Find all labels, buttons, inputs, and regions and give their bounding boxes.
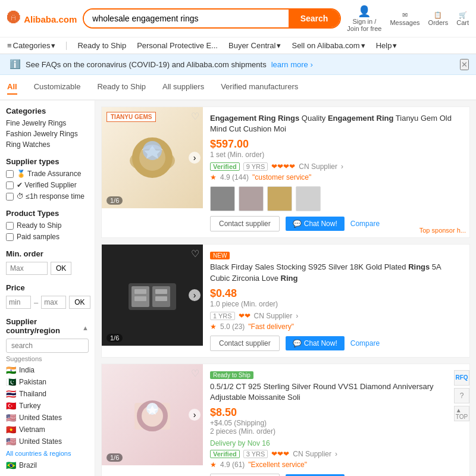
- country-thailand[interactable]: 🇹🇭 Thailand: [6, 388, 89, 400]
- covid-banner: ℹ️ See FAQs on the coronavirus (COVID-19…: [0, 54, 476, 75]
- paid-samples-checkbox[interactable]: [6, 233, 14, 241]
- product-image-1: 1/6 › ♡ TIANYU GEMS: [102, 107, 203, 208]
- logo[interactable]: 🅐 Alibaba.com: [7, 11, 77, 26]
- nav-ready-to-ship[interactable]: Ready to Ship: [77, 41, 126, 50]
- min-order-ok-button[interactable]: OK: [51, 262, 71, 275]
- info-icon: ℹ️: [10, 59, 21, 70]
- product-title-2: Black Firday Sales Stocking S925 Silver …: [210, 262, 462, 283]
- nav-sell[interactable]: Sell on Alibaba.com ▾: [292, 41, 365, 50]
- sidebar-fashion-jewelry[interactable]: Fashion Jewelry Rings: [6, 130, 89, 138]
- img-counter-2: 1/6: [107, 334, 123, 342]
- ready-to-ship-filter[interactable]: Ready to Ship: [6, 221, 89, 230]
- sign-in-label: Sign in /: [353, 18, 377, 25]
- country-section-toggle[interactable]: Supplier country/region ▲: [6, 317, 89, 339]
- country-pakistan[interactable]: 🇵🇰 Pakistan: [6, 376, 89, 388]
- tab-all[interactable]: All: [7, 80, 17, 95]
- contact-supplier-button-1[interactable]: Contact supplier: [210, 216, 280, 231]
- thumb-1a[interactable]: [210, 186, 235, 211]
- country-turkey[interactable]: 🇹🇷 Turkey: [6, 400, 89, 412]
- price-ok-button[interactable]: OK: [69, 296, 90, 309]
- suggestions-label: Suggestions: [6, 355, 89, 362]
- sign-in-button[interactable]: 👤 Sign in / Join for free: [347, 5, 381, 32]
- chat-button-1[interactable]: 💬 Chat Now!: [286, 217, 345, 231]
- rating-row-1: ★ 4.9 (144) "customer service": [210, 173, 462, 181]
- country-title: Supplier country/region: [6, 317, 82, 335]
- product-moq-1: 1 set (Min. order): [210, 151, 462, 159]
- thailand-flag: 🇹🇭: [6, 389, 16, 399]
- verified-supplier-checkbox[interactable]: [6, 181, 14, 189]
- brazil-flag: 🇧🇷: [6, 461, 16, 470]
- response-time-checkbox[interactable]: [6, 193, 14, 201]
- contact-supplier-button-3[interactable]: Contact supplier: [210, 474, 280, 476]
- product-title-3: 0.5/1/2 CT 925 Sterling Silver Round VVS…: [210, 381, 462, 403]
- top-sponsor-1: Top sponsor h...: [419, 227, 466, 234]
- country-us2[interactable]: 🇺🇸 United States: [6, 436, 89, 447]
- join-label: Join for free: [347, 25, 381, 32]
- header: 🅐 Alibaba.com Search 👤 Sign in / Join fo…: [0, 0, 476, 37]
- compare-button-1[interactable]: Compare: [350, 220, 380, 228]
- min-order-input[interactable]: [6, 262, 48, 275]
- img-next-button-2[interactable]: ›: [189, 289, 201, 301]
- nav-protective[interactable]: Personal Protective E...: [137, 41, 218, 50]
- product-list: 1/6 › ♡ TIANYU GEMS Engagement Ring Ring…: [95, 101, 476, 476]
- country-us1[interactable]: 🇺🇸 United States: [6, 412, 89, 424]
- verified-badge-1: Verified: [210, 162, 240, 171]
- top-button[interactable]: ▲TOP: [454, 406, 469, 421]
- shipping-info-3: +$4.05 (Shipping): [210, 419, 462, 427]
- price-section: Price – OK: [6, 283, 89, 309]
- price-max-input[interactable]: [41, 296, 66, 309]
- us2-flag: 🇺🇸: [6, 437, 16, 446]
- search-button[interactable]: Search: [289, 10, 340, 27]
- sidebar-fine-jewelry[interactable]: Fine Jewelry Rings: [6, 119, 89, 127]
- ready-ship-badge-3: Ready to Ship: [210, 371, 253, 379]
- country-search-input[interactable]: [6, 339, 89, 353]
- wishlist-button-3[interactable]: ♡: [191, 368, 199, 379]
- hearts-3: ❤❤❤: [271, 450, 289, 458]
- india-label: India: [19, 366, 35, 374]
- response-time-filter[interactable]: ⏱ ≤1h response time: [6, 192, 89, 201]
- banner-learn-more[interactable]: learn more ›: [271, 60, 313, 69]
- thumb-1b[interactable]: [239, 186, 264, 211]
- messages-button[interactable]: ✉ Messages: [390, 11, 419, 26]
- wishlist-button-2[interactable]: ♡: [191, 248, 199, 259]
- ready-to-ship-checkbox[interactable]: [6, 222, 14, 230]
- country-vietnam[interactable]: 🇻🇳 Vietnam: [6, 424, 89, 436]
- rating-3: 4.9 (61): [220, 461, 245, 469]
- min-order-row: OK: [6, 262, 89, 275]
- chat-button-2[interactable]: 💬 Chat Now!: [286, 336, 345, 350]
- banner-close-button[interactable]: ✕: [460, 59, 469, 70]
- wishlist-button-1[interactable]: ♡: [191, 111, 199, 122]
- orders-button[interactable]: 📋 Orders: [428, 11, 449, 26]
- search-input[interactable]: [84, 10, 288, 27]
- trade-assurance-filter[interactable]: 🏅 Trade Assurance: [6, 170, 89, 178]
- img-next-button-3[interactable]: ›: [189, 409, 201, 421]
- paid-samples-filter[interactable]: Paid samples: [6, 233, 89, 241]
- tab-all-suppliers[interactable]: All suppliers: [162, 80, 204, 95]
- rating-2: 5.0 (23): [220, 322, 245, 331]
- verified-supplier-filter[interactable]: ✔ Verified Supplier: [6, 181, 89, 189]
- trade-assurance-checkbox[interactable]: [6, 170, 14, 178]
- img-next-button-1[interactable]: ›: [189, 152, 201, 164]
- nav-help[interactable]: Help ▾: [376, 41, 397, 50]
- thumb-1d[interactable]: [296, 186, 321, 211]
- question-icon-button[interactable]: ?: [454, 388, 469, 403]
- sidebar-ring-watches[interactable]: Ring Watches: [6, 140, 89, 149]
- price-min-input[interactable]: [6, 296, 31, 309]
- turkey-label: Turkey: [19, 402, 40, 410]
- cart-button[interactable]: 🛒 Cart: [456, 11, 469, 26]
- pakistan-flag: 🇵🇰: [6, 377, 16, 387]
- tab-ready-to-ship[interactable]: Ready to Ship: [97, 80, 146, 95]
- contact-supplier-button-2[interactable]: Contact supplier: [210, 336, 280, 351]
- all-regions-link[interactable]: All countries & regions: [6, 450, 89, 457]
- tab-customizable[interactable]: Customizable: [34, 80, 81, 95]
- country-india[interactable]: 🇮🇳 India: [6, 364, 89, 376]
- nav-categories[interactable]: ≡ Categories ▾: [7, 41, 55, 50]
- product-title-1: Engagement Ring Rings Quality Engagement…: [210, 113, 462, 134]
- compare-button-2[interactable]: Compare: [350, 339, 380, 347]
- rfq-icon-button[interactable]: RFQ: [454, 370, 469, 386]
- thumb-1c[interactable]: [267, 186, 292, 211]
- tab-verified-manufacturers[interactable]: Verified manufacturers: [221, 80, 298, 95]
- cn-supplier-3: CN Supplier: [293, 450, 331, 458]
- nav-buyer-central[interactable]: Buyer Central ▾: [228, 41, 281, 50]
- country-brazil[interactable]: 🇧🇷 Brazil: [6, 459, 89, 471]
